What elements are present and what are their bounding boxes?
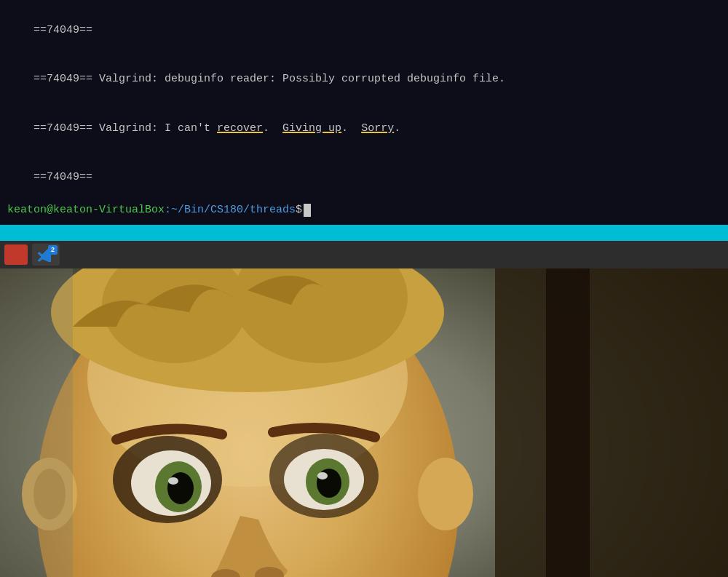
svg-point-15 — [168, 477, 178, 485]
svg-rect-27 — [0, 268, 73, 578]
svg-point-20 — [317, 472, 328, 479]
cyan-highlight-bar — [0, 225, 728, 241]
underline-givingup: Giving up — [282, 122, 341, 135]
taskbar-button-red[interactable] — [4, 244, 28, 265]
terminal-prompt: keaton@keaton-VirtualBox :~/Bin/CS180/th… — [7, 202, 721, 219]
taskbar-button-vscode[interactable]: 2 — [32, 244, 60, 266]
svg-rect-2 — [546, 268, 590, 578]
svg-point-10 — [418, 458, 473, 530]
svg-rect-1 — [495, 268, 728, 578]
terminal-line-3: ==74049== Valgrind: I can't recover. Giv… — [7, 104, 721, 154]
meme-image: Me, too, Valgrind ProgrammerHumor.io — [0, 268, 728, 578]
taskbar: 2 — [0, 241, 728, 268]
terminal-cursor — [304, 204, 311, 217]
underline-recover: recover — [217, 122, 263, 135]
svg-point-14 — [167, 472, 194, 504]
vscode-badge: 2 — [48, 245, 58, 255]
underline-sorry: Sorry — [361, 122, 394, 135]
terminal-line-1: ==74049== — [7, 6, 721, 55]
terminal-window: ==74049== ==74049== Valgrind: debuginfo … — [0, 0, 728, 225]
terminal-line-4: ==74049== — [7, 154, 721, 203]
meme-background-svg — [0, 268, 728, 578]
terminal-line-2: ==74049== Valgrind: debuginfo reader: Po… — [7, 55, 721, 105]
